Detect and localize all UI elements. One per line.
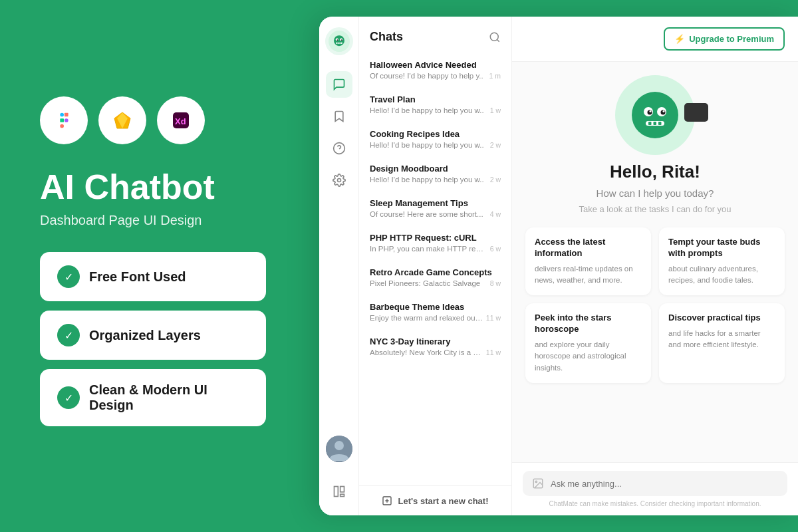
svg-text:Xd: Xd [175, 116, 186, 126]
svg-rect-50 [658, 122, 662, 125]
task-card[interactable]: Peek into the stars horoscope and explor… [525, 303, 651, 383]
chat-list-item[interactable]: Halloween Advice Needed Of course! I'd b… [364, 53, 506, 86]
svg-point-52 [535, 481, 537, 482]
chat-item-text: Pixel Pioneers: Galactic Salvage [370, 279, 487, 287]
chat-list-title: Chats [370, 30, 403, 44]
user-avatar[interactable] [326, 436, 352, 462]
sidebar-settings-icon[interactable] [326, 167, 352, 194]
bot-avatar [325, 27, 353, 55]
task-card[interactable]: Discover practical tips and life hacks f… [659, 303, 785, 383]
svg-point-21 [336, 39, 338, 41]
chat-input[interactable] [551, 479, 778, 489]
feature-badge-layers-label: Organized Layers [89, 328, 201, 343]
feature-badge-font: ✓ Free Font Used [40, 252, 266, 301]
task-card[interactable]: Tempt your taste buds with prompts about… [659, 227, 785, 295]
help-text: How can I help you today? [597, 188, 714, 199]
chat-list-item[interactable]: Retro Arcade Game Concepts Pixel Pioneer… [364, 261, 506, 294]
svg-point-18 [334, 35, 344, 46]
task-card-desc: about culinary adventures, recipes, and … [668, 263, 775, 287]
chat-item-time: 11 w [486, 314, 501, 322]
chat-item-text: Hello! I'd be happy to help you w.. [370, 106, 487, 114]
chat-item-time: 11 w [486, 348, 501, 356]
feature-badge-design: ✓ Clean & Modern UI Design [40, 369, 266, 426]
svg-rect-3 [60, 124, 64, 128]
chat-item-preview: In PHP, you can make HTTP requ... 6 w [370, 245, 501, 253]
svg-rect-26 [340, 43, 341, 44]
lightning-icon: ⚡ [674, 34, 685, 44]
chat-item-title: Retro Arcade Game Concepts [370, 267, 501, 277]
task-cards: Access the latest information delivers r… [525, 227, 785, 383]
svg-rect-34 [340, 494, 344, 496]
task-card-desc: delivers real-time updates on news, weat… [535, 263, 642, 287]
svg-point-22 [340, 39, 342, 41]
chat-item-preview: Enjoy the warm and relaxed out... 11 w [370, 314, 501, 322]
chat-item-text: Absolutely! New York City is a vi... [370, 348, 483, 356]
chat-item-text: Of course! Here are some short... [370, 210, 487, 218]
chat-list-panel: Chats Halloween Advice Needed Of course!… [359, 17, 512, 515]
chat-item-preview: Pixel Pioneers: Galactic Salvage 8 w [370, 279, 501, 287]
svg-rect-24 [336, 43, 338, 44]
task-card[interactable]: Access the latest information delivers r… [525, 227, 651, 295]
chat-list-item[interactable]: Design Moodboard Hello! I'd be happy to … [364, 157, 506, 190]
chat-list-item[interactable]: NYC 3-Day Itinerary Absolutely! New York… [364, 330, 506, 363]
main-body: Hello, Rita! How can I help you today? T… [512, 62, 798, 462]
chat-item-time: 6 w [490, 245, 501, 253]
chat-item-title: Sleep Management Tips [370, 198, 501, 208]
chat-list-item[interactable]: PHP HTTP Request: cURL In PHP, you can m… [364, 226, 506, 259]
task-card-title: Peek into the stars horoscope [535, 313, 642, 335]
chat-list-item[interactable]: Barbeque Theme Ideas Enjoy the warm and … [364, 295, 506, 329]
upgrade-label: Upgrade to Premium [689, 34, 774, 44]
disclaimer-text: ChatMate can make mistakes. Consider che… [523, 500, 787, 507]
input-area: ChatMate can make mistakes. Consider che… [512, 462, 798, 515]
task-card-title: Tempt your taste buds with prompts [668, 237, 775, 259]
chat-item-title: PHP HTTP Request: cURL [370, 233, 501, 243]
svg-line-36 [497, 39, 499, 41]
chat-item-time: 1 w [490, 106, 501, 114]
chat-item-text: Of course! I'd be happy to help y.. [370, 72, 486, 80]
input-row [523, 471, 787, 496]
chat-item-time: 4 w [490, 210, 501, 218]
chat-item-title: Barbeque Theme Ideas [370, 302, 501, 312]
chat-item-preview: Hello! I'd be happy to help you w.. 2 w [370, 141, 501, 149]
chat-list-item[interactable]: Cooking Recipes Idea Hello! I'd be happy… [364, 122, 506, 156]
sidebar-layout-icon[interactable] [326, 478, 352, 505]
sidebar-chat-icon[interactable] [326, 71, 352, 98]
svg-rect-1 [60, 113, 64, 117]
sidebar-bookmark-icon[interactable] [326, 103, 352, 130]
chat-item-preview: Of course! I'd be happy to help y.. 1 m [370, 72, 501, 80]
task-card-desc: and life hacks for a smarter and more ef… [668, 328, 775, 351]
chat-item-time: 2 w [490, 176, 501, 184]
chat-item-time: 8 w [490, 279, 501, 287]
check-icon-design: ✓ [57, 386, 80, 409]
svg-point-40 [632, 92, 678, 138]
sidebar [319, 17, 359, 515]
greeting-text: Hello, Rita! [610, 162, 700, 182]
chat-list-item[interactable]: Sleep Management Tips Of course! Here ar… [364, 192, 506, 225]
svg-rect-48 [648, 122, 652, 125]
svg-rect-2 [60, 118, 64, 122]
chat-item-title: Design Moodboard [370, 164, 501, 174]
app-subtitle: Dashboard Page UI Design [40, 213, 266, 228]
app-mockup: Chats Halloween Advice Needed Of course!… [319, 17, 798, 515]
task-card-desc: and explore your daily horoscope and ast… [535, 339, 642, 374]
chat-list-item[interactable]: Travel Plan Hello! I'd be happy to help … [364, 88, 506, 121]
sidebar-help-icon[interactable] [326, 135, 352, 162]
tool-icons: Xd [40, 96, 266, 144]
svg-rect-49 [654, 122, 657, 125]
upgrade-button[interactable]: ⚡ Upgrade to Premium [664, 27, 785, 51]
chat-item-title: Halloween Advice Needed [370, 60, 501, 70]
feature-badge-font-label: Free Font Used [89, 269, 186, 285]
figma-icon [40, 96, 88, 144]
image-icon [532, 477, 544, 489]
chat-item-text: In PHP, you can make HTTP requ... [370, 245, 487, 253]
chat-item-text: Hello! I'd be happy to help you w.. [370, 176, 487, 184]
chat-item-title: Cooking Recipes Idea [370, 129, 501, 139]
search-icon[interactable] [489, 31, 501, 43]
svg-rect-32 [334, 487, 338, 497]
chat-item-title: Travel Plan [370, 94, 501, 104]
new-chat-button[interactable]: Let's start a new chat! [359, 485, 511, 515]
tasks-hint: Take a look at the tasks I can do for yo… [579, 204, 731, 214]
chat-item-title: NYC 3-Day Itinerary [370, 336, 501, 346]
svg-point-29 [337, 179, 340, 182]
bot-illustration [615, 75, 695, 155]
